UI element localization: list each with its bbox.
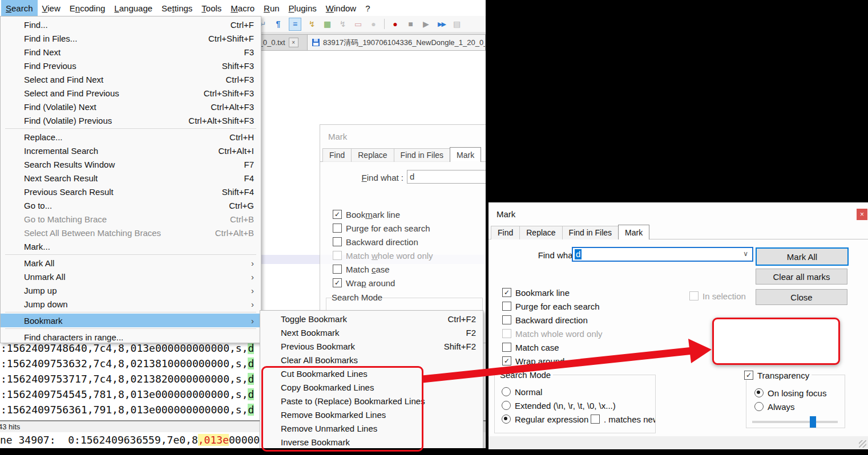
checkbox-match-whole-word-only: Match whole word only (502, 328, 603, 339)
menu-item-clear-all-bookmarks[interactable]: Clear All Bookmarks (260, 353, 483, 367)
menu-item-mark-all[interactable]: Mark All› (1, 256, 261, 270)
resize-grip[interactable] (859, 440, 866, 448)
marked-match: d (248, 358, 254, 369)
tab-replace[interactable]: Replace (351, 148, 394, 162)
checkbox-icon (502, 315, 511, 324)
menu-item-find-previous[interactable]: Find PreviousShift+F3 (1, 59, 261, 72)
menu-item-go-to[interactable]: Go to...Ctrl+G (1, 198, 261, 212)
checkbox-match-case[interactable]: Match case (502, 342, 559, 352)
checkbox-purge-for-each-search[interactable]: Purge for each search (502, 301, 600, 311)
menu-item-find-next[interactable]: Find NextF3 (1, 45, 261, 59)
checkbox-purge-for-each-search[interactable]: Purge for each search (333, 223, 430, 233)
menubar-item-settings[interactable]: Settings (157, 0, 197, 16)
menubar-item-view[interactable]: View (38, 0, 65, 16)
menu-item-next-search-result[interactable]: Next Search ResultF4 (1, 171, 261, 185)
chevron-down-icon[interactable]: ∨ (743, 250, 748, 258)
menubar-item-tools[interactable]: Tools (197, 0, 226, 16)
menu-item-jump-up[interactable]: Jump up› (1, 283, 261, 297)
checkbox-bookmark-line[interactable]: ✓Bookmark line (502, 287, 570, 298)
menu-item-previous-search-result[interactable]: Previous Search ResultShift+F4 (1, 185, 261, 198)
macro-stop-icon[interactable]: ■ (406, 19, 415, 29)
menu-item-previous-bookmark[interactable]: Previous BookmarkShift+F2 (260, 339, 483, 353)
menu-item-select-and-find-next[interactable]: Select and Find NextCtrl+F3 (1, 72, 261, 86)
menu-item-find-volatile-previous[interactable]: Find (Volatile) PreviousCtrl+Alt+Shift+F… (1, 113, 261, 127)
radio-normal[interactable]: Normal (502, 387, 542, 397)
folder-as-workspace-icon[interactable]: ▭ (353, 19, 363, 29)
document-map-icon[interactable]: ▦ (322, 19, 332, 29)
menu-item-select-all-between-matching-braces: Select All Between Matching BracesCtrl+A… (1, 226, 261, 239)
checkbox-transparency[interactable]: ✓Transparency (742, 370, 812, 380)
checkbox-match-whole-word-only: Match whole word only (333, 250, 433, 261)
tab-close-icon[interactable]: × (289, 38, 298, 47)
tab-find[interactable]: Find (491, 226, 520, 239)
checkbox-match-case[interactable]: Match case (333, 264, 390, 274)
macro-save-icon[interactable]: ▤ (452, 19, 462, 29)
menubar-item-search[interactable]: Search (1, 0, 38, 16)
indent-guide-icon[interactable]: ≡ (289, 18, 301, 31)
macro-play-icon[interactable]: ▶ (421, 19, 431, 29)
radio-on-losing-focus[interactable]: On losing focus (754, 388, 826, 398)
sync-icon[interactable]: ● (369, 19, 378, 29)
checkbox-wrap-around[interactable]: ✓Wrap around (502, 356, 564, 366)
menubar-item-encoding[interactable]: Encoding (65, 0, 110, 16)
tab-mark[interactable]: Mark (450, 147, 481, 162)
transparency-slider[interactable] (752, 416, 838, 428)
menu-item-select-and-find-previous[interactable]: Select and Find PreviousCtrl+Shift+F3 (1, 86, 261, 100)
menu-item-search-results-window[interactable]: Search Results WindowF7 (1, 157, 261, 171)
editor-line[interactable]: :1562409753717,7c4,8,0213820000000000,s,… (1, 371, 254, 387)
menu-item-toggle-bookmark[interactable]: Toggle BookmarkCtrl+F2 (260, 312, 483, 326)
menu-separator (5, 128, 256, 129)
menu-item-find[interactable]: Find...Ctrl+F (1, 18, 261, 31)
checkbox-wrap-around[interactable]: ✓Wrap around (333, 278, 395, 288)
radio-always[interactable]: Always (754, 401, 795, 412)
clear-all-marks-button[interactable]: Clear all marks (756, 269, 847, 285)
tab-find-in-files[interactable]: Find in Files (562, 226, 619, 239)
menu-item-mark[interactable]: Mark... (1, 239, 261, 253)
radio-extended[interactable]: Extended (\n, \r, \t, \0, \x...) (502, 400, 616, 411)
menubar-item-help[interactable]: ? (361, 0, 374, 16)
menu-item-find-in-files[interactable]: Find in Files...Ctrl+Shift+F (1, 31, 261, 45)
find-what-label: Find what : (352, 173, 403, 182)
menu-item-go-to-matching-brace: Go to Matching BraceCtrl+B (1, 212, 261, 226)
function-list-icon[interactable]: ↯ (307, 19, 317, 29)
menubar-item-plugins[interactable]: Plugins (284, 0, 321, 16)
menu-item-find-characters-in-range[interactable]: Find characters in range... (1, 330, 261, 344)
find-what-combobox[interactable]: d ∨ (572, 247, 753, 262)
editor-line[interactable]: :1562409754545,781,8,013e000000000000,s,… (1, 387, 254, 402)
mark-all-button[interactable]: Mark All (756, 247, 849, 266)
file-tab-2[interactable]: 83917清码_190706104336_NewDongle_1_20_0_ (307, 34, 486, 50)
find-what-input[interactable]: d (407, 170, 486, 184)
checkbox-backward-direction[interactable]: Backward direction (502, 315, 588, 325)
editor-line[interactable]: :1562409756361,791,8,013e000000000000,s,… (1, 402, 254, 417)
menu-item-unmark-all[interactable]: Unmark All› (1, 270, 261, 283)
show-all-characters-icon[interactable]: ¶ (273, 19, 283, 29)
menu-item-bookmark[interactable]: Bookmark› (1, 314, 261, 327)
close-icon[interactable]: × (857, 209, 867, 220)
search-mode-label: Search Mode (329, 292, 385, 302)
menu-item-find-volatile-next[interactable]: Find (Volatile) NextCtrl+Alt+F3 (1, 100, 261, 113)
editor-line[interactable]: :1562409753632,7c4,8,0213810000000000,s,… (1, 356, 254, 371)
menubar-item-language[interactable]: Language (110, 0, 157, 16)
marked-match: d (248, 388, 254, 400)
tab-mark[interactable]: Mark (618, 225, 649, 239)
tab-replace[interactable]: Replace (519, 226, 562, 239)
slider-thumb[interactable] (810, 416, 816, 428)
menubar-item-window[interactable]: Window (321, 0, 361, 16)
menu-item-replace[interactable]: Replace...Ctrl+H (1, 130, 261, 144)
tab-find[interactable]: Find (322, 148, 352, 162)
close-button[interactable]: Close (756, 289, 847, 305)
checkbox-matches-newline[interactable]: . matches newline (591, 414, 656, 424)
checkbox-bookmark-line[interactable]: ✓Bookmark line (333, 209, 400, 220)
macro-run-multiple-icon[interactable]: ▶▶ (437, 19, 446, 29)
submenu-arrow-icon: › (246, 258, 254, 268)
menu-item-jump-down[interactable]: Jump down› (1, 297, 261, 311)
checkbox-backward-direction[interactable]: Backward direction (333, 237, 418, 247)
script-icon[interactable]: ↯ (338, 19, 348, 29)
tab-find-in-files[interactable]: Find in Files (394, 148, 450, 162)
menubar-item-run[interactable]: Run (259, 0, 284, 16)
menu-item-incremental-search[interactable]: Incremental SearchCtrl+Alt+I (1, 144, 261, 157)
macro-record-icon[interactable]: ● (390, 19, 400, 29)
radio-regular-expression[interactable]: Regular expression (502, 414, 588, 424)
menubar-item-macro[interactable]: Macro (226, 0, 259, 16)
menu-item-next-bookmark[interactable]: Next BookmarkF2 (260, 326, 483, 339)
